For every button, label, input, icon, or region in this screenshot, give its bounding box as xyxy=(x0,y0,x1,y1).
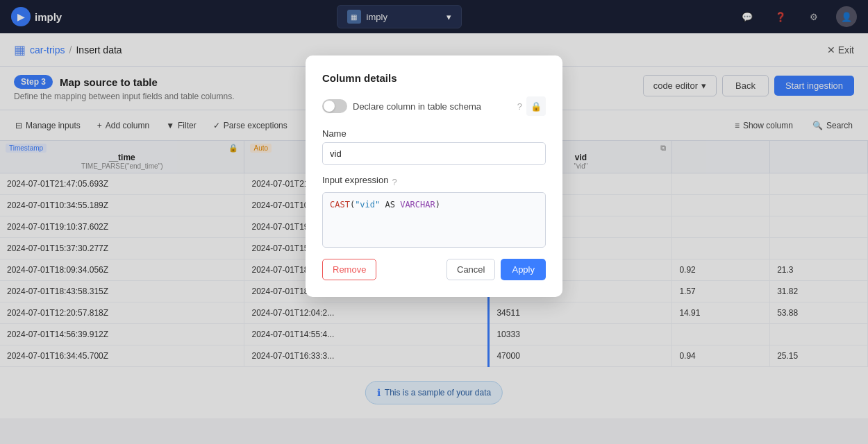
cancel-button[interactable]: Cancel xyxy=(446,259,495,280)
remove-button[interactable]: Remove xyxy=(322,259,376,280)
expr-help-icon[interactable]: ? xyxy=(392,177,397,187)
lock-icon-modal: 🔒 xyxy=(531,101,542,112)
expr-paren-close: ) xyxy=(435,200,440,210)
expr-as-keyword: AS xyxy=(380,200,400,210)
expr-field-label: Input expression xyxy=(322,175,388,185)
column-details-modal: Column details Declare column in table s… xyxy=(306,56,562,297)
apply-button[interactable]: Apply xyxy=(501,259,546,280)
declare-column-toggle[interactable] xyxy=(322,99,347,113)
modal-title: Column details xyxy=(322,72,546,84)
modal-actions: Remove Cancel Apply xyxy=(322,259,546,280)
expr-cast-keyword: CAST xyxy=(330,200,350,210)
lock-button[interactable]: 🔒 xyxy=(526,96,546,116)
toggle-knob xyxy=(324,101,335,112)
expr-code-area[interactable]: CAST("vid" AS VARCHAR) xyxy=(322,192,546,248)
declare-column-label: Declare column in table schema xyxy=(353,101,481,112)
expr-type-keyword: VARCHAR xyxy=(400,200,435,210)
name-input[interactable] xyxy=(322,142,546,165)
modal-overlay: Column details Declare column in table s… xyxy=(0,0,868,418)
expr-field-ref: "vid" xyxy=(355,200,380,210)
name-field-label: Name xyxy=(322,128,546,139)
declare-column-row: Declare column in table schema ? 🔒 xyxy=(322,96,546,116)
help-circle-icon[interactable]: ? xyxy=(517,101,522,112)
